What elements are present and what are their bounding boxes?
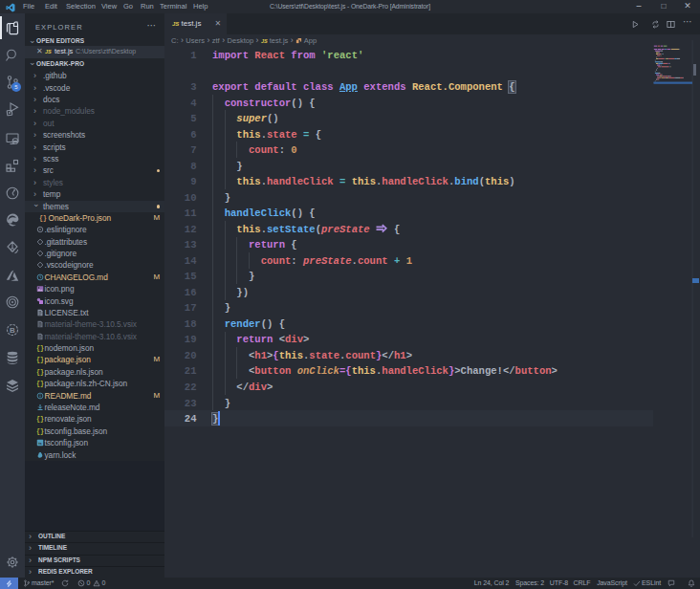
svg-text:B: B (10, 326, 15, 335)
svg-text:{}: {} (39, 215, 47, 222)
svg-text:{}: {} (36, 416, 44, 423)
svg-text:{}: {} (36, 428, 44, 435)
svg-text:{}: {} (36, 381, 44, 387)
svg-text:{}: {} (36, 345, 44, 352)
svg-text:{}: {} (36, 369, 44, 376)
svg-text:{}: {} (36, 357, 44, 363)
